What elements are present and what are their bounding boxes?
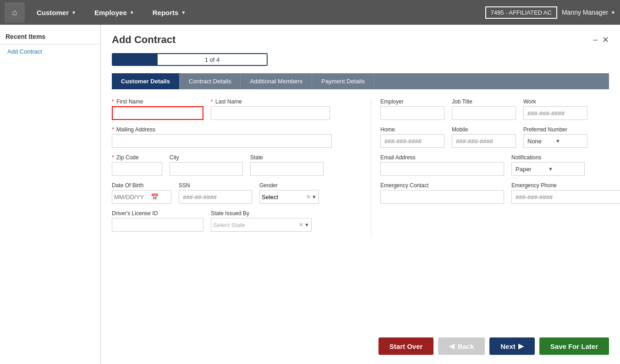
notifications-chevron-icon: ▼ <box>548 166 581 172</box>
org-badge[interactable]: 7495 - AFFILIATED AC <box>485 6 557 19</box>
next-arrow-icon: ▶ <box>518 342 524 350</box>
back-button[interactable]: ◀ Back <box>438 337 485 355</box>
job-title-label: Job Title <box>452 98 516 105</box>
mailing-address-group: * Mailing Address <box>112 126 357 148</box>
gender-select[interactable]: Select Male Female Other <box>262 194 306 201</box>
customer-menu[interactable]: Customer ▼ <box>27 0 85 25</box>
mailing-address-label: * Mailing Address <box>112 126 357 133</box>
emergency-contact-input[interactable] <box>380 190 504 204</box>
user-menu[interactable]: Manny Manager ▼ <box>562 9 615 16</box>
preferred-chevron-icon: ▼ <box>555 138 583 144</box>
bottom-buttons: Start Over ◀ Back Next ▶ Save For Later <box>379 337 609 355</box>
dob-input-wrap[interactable]: 📅 <box>112 190 171 204</box>
home-label: Home <box>380 126 444 133</box>
next-button[interactable]: Next ▶ <box>489 337 535 355</box>
notifications-value: Paper <box>516 166 548 173</box>
city-group: City <box>170 154 243 176</box>
emergency-phone-input[interactable] <box>511 190 620 204</box>
state-issued-select[interactable]: Select State Alabama California Texas Ne… <box>213 222 299 228</box>
state-issued-chevron-icon[interactable]: ▼ <box>304 222 309 228</box>
close-button[interactable]: ✕ <box>602 35 609 45</box>
first-name-input[interactable] <box>112 106 203 120</box>
form-right: Employer Job Title Work Home <box>371 98 609 238</box>
tab-bar: Customer Details Contract Details Additi… <box>112 73 609 89</box>
progress-bar-container: 1 of 4 <box>112 53 268 66</box>
zip-code-label: * Zip Code <box>112 154 162 161</box>
work-label: Work <box>523 98 587 105</box>
preferred-select[interactable]: None ▼ <box>523 134 587 148</box>
employer-group: Employer <box>380 98 444 120</box>
state-issued-clear-icon[interactable]: ✕ <box>299 222 303 228</box>
email-input[interactable] <box>380 162 504 176</box>
form-body: * First Name * Last Name <box>112 98 609 238</box>
back-label: Back <box>457 342 474 350</box>
emergency-contact-group: Emergency Contact <box>380 182 504 204</box>
dialog-title: Add Contract <box>112 34 176 46</box>
city-input[interactable] <box>170 162 243 176</box>
emergency-phone-group: Emergency Phone <box>511 182 620 204</box>
email-group: Email Address <box>380 154 504 176</box>
employer-input[interactable] <box>380 106 444 120</box>
zip-code-input[interactable] <box>112 162 162 176</box>
preferred-label: Preferred Number <box>523 126 587 133</box>
reports-menu[interactable]: Reports ▼ <box>143 0 195 25</box>
dob-label: Date Of Birth <box>112 182 171 189</box>
employer-row: Employer Job Title Work <box>380 98 609 120</box>
address-row: * Mailing Address <box>112 126 357 148</box>
job-title-input[interactable] <box>452 106 516 120</box>
calendar-icon[interactable]: 📅 <box>151 193 159 201</box>
employee-menu[interactable]: Employee ▼ <box>85 0 143 25</box>
dob-ssn-gender-row: Date Of Birth 📅 SSN Gender <box>112 182 357 204</box>
gender-select-wrap[interactable]: Select Male Female Other ✕ ▼ <box>259 190 319 204</box>
mailing-address-input[interactable] <box>112 134 332 148</box>
notifications-label: Notifications <box>511 154 585 161</box>
save-for-later-button[interactable]: Save For Later <box>539 337 609 355</box>
preferred-number-group: Preferred Number None ▼ <box>523 126 587 148</box>
state-issued-label: State Issued By <box>211 210 312 217</box>
content-area: Add Contract – ✕ 1 of 4 Customer Details… <box>101 25 620 364</box>
drivers-license-input[interactable] <box>112 218 203 232</box>
employer-label: Employer <box>380 98 444 105</box>
work-phone-group: Work <box>523 98 587 120</box>
tab-additional-members[interactable]: Additional Members <box>241 73 312 89</box>
tab-contract-details[interactable]: Contract Details <box>180 73 241 89</box>
gender-chevron-icon[interactable]: ▼ <box>312 194 317 200</box>
home-button[interactable]: ⌂ <box>5 2 25 22</box>
reports-label: Reports <box>153 9 179 16</box>
back-arrow-icon: ◀ <box>449 342 455 350</box>
emergency-row: Emergency Contact Emergency Phone <box>380 182 609 204</box>
form-left: * First Name * Last Name <box>112 98 357 238</box>
reports-chevron-icon: ▼ <box>181 10 186 15</box>
mobile-input[interactable] <box>452 134 516 148</box>
tab-payment-details[interactable]: Payment Details <box>312 73 374 89</box>
gender-label: Gender <box>259 182 319 189</box>
state-label: State <box>250 154 324 161</box>
customer-chevron-icon: ▼ <box>71 10 76 15</box>
first-name-group: * First Name <box>112 98 203 120</box>
start-over-label: Start Over <box>390 342 423 350</box>
state-issued-select-wrap[interactable]: Select State Alabama California Texas Ne… <box>211 218 312 232</box>
notifications-select[interactable]: Paper ▼ <box>511 162 585 176</box>
last-name-input[interactable] <box>211 106 330 120</box>
emergency-contact-label: Emergency Contact <box>380 182 504 189</box>
tab-customer-details[interactable]: Customer Details <box>112 73 180 89</box>
state-input[interactable] <box>250 162 324 176</box>
minimize-button[interactable]: – <box>593 35 598 45</box>
gender-clear-icon[interactable]: ✕ <box>306 194 311 200</box>
progress-filled <box>112 53 158 66</box>
start-over-button[interactable]: Start Over <box>379 337 434 355</box>
work-phone-input[interactable] <box>523 106 587 120</box>
last-name-group: * Last Name <box>211 98 330 120</box>
home-phone-input[interactable] <box>380 134 444 148</box>
ssn-group: SSN <box>179 182 252 204</box>
sidebar-link-add-contract[interactable]: Add Contract <box>0 44 100 59</box>
employee-chevron-icon: ▼ <box>130 10 134 15</box>
user-chevron-icon: ▼ <box>611 10 615 15</box>
city-label: City <box>170 154 243 161</box>
user-label: Manny Manager <box>562 9 608 16</box>
zip-code-group: * Zip Code <box>112 154 162 176</box>
last-name-label: * Last Name <box>211 98 330 105</box>
dob-input[interactable] <box>114 194 151 201</box>
state-group: State <box>250 154 324 176</box>
ssn-input[interactable] <box>179 190 252 204</box>
